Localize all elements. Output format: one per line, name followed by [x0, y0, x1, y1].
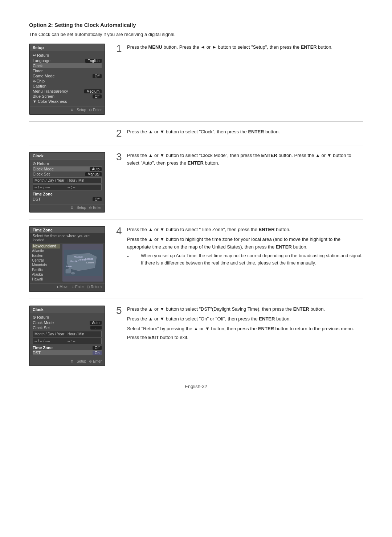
step-3-number-row: 3 Press the ▲ or ▼ button to select "Clo…: [116, 152, 363, 167]
enter-icon: ⊙ Enter: [89, 108, 102, 112]
screen-row-clockmode: Clock ModeAuto: [33, 166, 102, 171]
step-1-screen-header: Setup: [30, 44, 105, 51]
svg-text:Atlantic: Atlantic: [85, 258, 93, 260]
step-5-screen-header: Clock: [30, 306, 105, 313]
screen-row-clock: Clock: [33, 63, 102, 68]
step-4-section: Time Zone Select the time zone where you…: [29, 226, 363, 299]
step-3-screen-body: ⊙ Return Clock ModeAuto Clock SetManual …: [30, 160, 105, 203]
return-icon: ⊡ Return: [87, 285, 102, 289]
grid-hour: Hour / Min: [67, 178, 100, 183]
step-1-text: Press the MENU button. Press the ◄ or ► …: [127, 44, 363, 51]
grid-date-val5: -- / -- / ----: [34, 339, 67, 343]
step-5-content: 5 Press the ▲ or ▼ button to select "DST…: [116, 306, 363, 342]
tz-list: Newfoundland Atlantic Eastern Central Mo…: [30, 243, 62, 283]
clock-grid-header5: Month / Day / Year Hour / Min: [33, 331, 102, 337]
screen-row-timer: Timer: [33, 68, 102, 73]
step-5-texts: Press the ▲ or ▼ button to select "DST"(…: [127, 306, 363, 342]
step-2-number: 2: [116, 128, 123, 138]
step-5-number: 5: [116, 306, 123, 316]
step-4-number-row: 4 Press the ▲ or ▼ button to select "Tim…: [116, 226, 363, 267]
step-5-screen-body: ⊙ Return Clock ModeAuto Clock Set-- : --…: [30, 313, 105, 357]
setup-label2: Setup: [77, 206, 86, 210]
step-1-number-row: 1 Press the MENU button. Press the ◄ or …: [116, 44, 363, 54]
step-5-text2: Press the ▲ or ▼ button to select "On" o…: [127, 315, 363, 323]
tz-item-newfoundland: Newfoundland: [32, 244, 60, 249]
step-4-content: 4 Press the ▲ or ▼ button to select "Tim…: [116, 226, 363, 267]
screen-row-return: ↩ Return: [33, 53, 102, 58]
step-3-screen-header: Clock: [30, 153, 105, 160]
grid-month: Month / Day / Year: [34, 178, 67, 183]
setup-label: Setup: [77, 108, 86, 112]
step-1-section: Setup ↩ Return LanguageEnglish Clock Tim…: [29, 44, 363, 122]
tz-body: Newfoundland Atlantic Eastern Central Mo…: [30, 243, 105, 283]
step-3-screen-footer: ⚙ Setup ⊙ Enter: [30, 204, 105, 210]
grid-month5: Month / Day / Year: [34, 332, 67, 336]
screen-row-return5: ⊙ Return: [33, 315, 102, 320]
step-1-number: 1: [116, 44, 123, 54]
step-3-number: 3: [116, 152, 123, 162]
clock-grid-values: -- / -- / ---- -- : --: [33, 184, 102, 190]
screen-row-vchip: V-Chip: [33, 78, 102, 84]
screen-row-language: LanguageEnglish: [33, 58, 102, 63]
screen-row-timezone-label: Time Zone: [33, 191, 102, 197]
step-2-number-row: 2 Press the ▲ or ▼ button to select "Clo…: [116, 128, 363, 138]
svg-text:Alaska: Alaska: [66, 265, 73, 267]
screen-row-bluescreen: Blue ScreenOff: [33, 94, 102, 99]
step-1-screen-body: ↩ Return LanguageEnglish Clock Timer Gam…: [30, 51, 105, 105]
page-footer: English-32: [29, 384, 363, 389]
step-3-screen: Clock ⊙ Return Clock ModeAuto Clock SetM…: [29, 152, 105, 213]
step-5-screen-footer: ⚙ Setup ⊙ Enter: [30, 358, 105, 364]
setup-label5: Setup: [77, 359, 86, 363]
tz-item-central: Central: [32, 258, 60, 263]
step-5-text4: Press the EXIT button to exit.: [127, 334, 363, 342]
step-5-number-row: 5 Press the ▲ or ▼ button to select "DST…: [116, 306, 363, 342]
step-1-screen-footer: ⚙ Setup ⊙ Enter: [30, 106, 105, 113]
step-5-text1: Press the ▲ or ▼ button to select "DST"(…: [127, 306, 363, 313]
step-2-text: Press the ▲ or ▼ button to select "Clock…: [127, 128, 363, 136]
clock-grid-values5: -- / -- / ---- -- : --: [33, 338, 102, 344]
tz-item-hawaii: Hawaii: [32, 277, 60, 282]
move-icon: ♦ Move: [57, 285, 68, 289]
setup-icon2: ⚙: [70, 206, 74, 210]
grid-date-val: -- / -- / ----: [34, 185, 67, 190]
svg-point-3: [71, 272, 75, 274]
step-4-bullet: • When you set up Auto Time, the set tim…: [127, 252, 363, 267]
screen-row-clockmode5: Clock ModeAuto: [33, 320, 102, 325]
screen-row-dst: DSTOff: [33, 197, 102, 202]
screen-row-colorweakness: ▼ Color Weakness: [33, 99, 102, 104]
grid-time-val: -- : --: [67, 185, 100, 190]
svg-text:Pacific: Pacific: [70, 260, 78, 263]
tz-item-eastern: Eastern: [32, 253, 60, 258]
bullet-dot: •: [127, 254, 130, 259]
step-2-content: 2 Press the ▲ or ▼ button to select "Clo…: [116, 128, 363, 138]
enter-icon2: ⊙ Enter: [89, 206, 102, 210]
setup-icon: ⚙: [70, 108, 74, 112]
grid-hour5: Hour / Min: [67, 332, 100, 336]
step-1-screen: Setup ↩ Return LanguageEnglish Clock Tim…: [29, 44, 105, 115]
svg-text:Eastern: Eastern: [86, 262, 94, 264]
tz-map-svg: Pacific Central Atlantic Eastern Mountai…: [64, 250, 102, 276]
enter-icon3: ⊙ Enter: [72, 285, 84, 289]
enter-icon5: ⊙ Enter: [89, 359, 102, 363]
step-4-screen: Time Zone Select the time zone where you…: [29, 226, 105, 292]
page-title: Option 2: Setting the Clock Automaticall…: [29, 22, 363, 28]
tz-item-alaska: Alaska: [32, 272, 60, 277]
screen-row-return2: ⊙ Return: [33, 161, 102, 166]
tz-item-mountain: Mountain: [32, 263, 60, 267]
clock-grid-header: Month / Day / Year Hour / Min: [33, 177, 102, 183]
screen-row-dst5: DSTOn: [33, 350, 102, 355]
step-4-texts: Press the ▲ or ▼ button to select "Time …: [127, 226, 363, 267]
tz-item-atlantic: Atlantic: [32, 249, 60, 253]
tz-footer: ♦ Move ⊙ Enter ⊡ Return: [30, 283, 105, 290]
step-4-text1: Press the ▲ or ▼ button to select "Time …: [127, 226, 363, 234]
step-3-section: Clock ⊙ Return Clock ModeAuto Clock SetM…: [29, 152, 363, 219]
step-5-screen: Clock ⊙ Return Clock ModeAuto Clock Set-…: [29, 306, 105, 366]
screen-row-gamemode: Game ModeOff: [33, 73, 102, 78]
screen-row-caption: Caption: [33, 84, 102, 89]
setup-icon5: ⚙: [70, 359, 74, 363]
grid-time-val5: -- : --: [67, 339, 100, 343]
tz-header: Time Zone: [30, 227, 105, 233]
step-5-section: Clock ⊙ Return Clock ModeAuto Clock Set-…: [29, 306, 363, 373]
step-1-content: 1 Press the MENU button. Press the ◄ or …: [116, 44, 363, 54]
tz-item-pacific: Pacific: [32, 267, 60, 272]
